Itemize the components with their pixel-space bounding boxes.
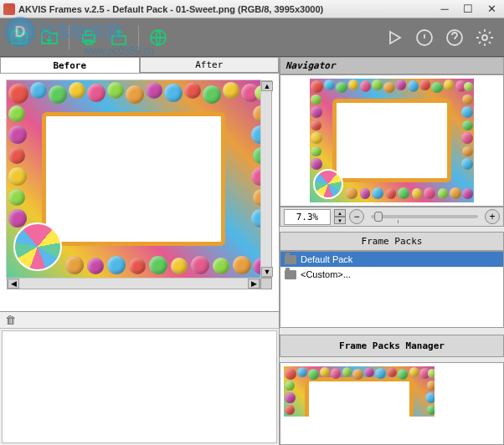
maximize-button[interactable]: ☐ xyxy=(459,3,477,16)
main-canvas[interactable] xyxy=(7,80,260,278)
zoom-slider[interactable] xyxy=(371,215,478,218)
navigator-title: Navigator xyxy=(280,57,504,74)
print-icon[interactable] xyxy=(76,25,101,50)
history-thumbs[interactable] xyxy=(2,330,277,443)
canvas-area: ▲▼ ◀▶ xyxy=(0,74,279,311)
close-button[interactable]: ✕ xyxy=(482,3,501,16)
zoom-in-button[interactable]: + xyxy=(485,209,500,224)
canvas-vscroll[interactable]: ▲▼ xyxy=(260,80,272,278)
zoom-out-button[interactable]: − xyxy=(349,209,364,224)
canvas-hscroll[interactable]: ◀▶ xyxy=(7,278,260,289)
app-icon xyxy=(3,3,15,15)
play-icon[interactable] xyxy=(382,25,407,50)
frame-packs-manager-button[interactable]: Frame Packs Manager xyxy=(280,335,504,357)
help-icon[interactable] xyxy=(442,25,467,50)
window-title: AKVIS Frames v.2.5 - Default Pack - 01-S… xyxy=(18,4,435,14)
view-tabs: Before After xyxy=(0,57,279,74)
pack-item-label: <Custom>... xyxy=(301,269,351,279)
navigator-preview[interactable] xyxy=(280,74,504,207)
zoom-spin-down[interactable]: ▼ xyxy=(334,217,346,224)
pack-item[interactable]: <Custom>... xyxy=(280,267,503,282)
frame-packs-list: Default Pack<Custom>... xyxy=(280,251,504,328)
frames-preview[interactable] xyxy=(280,362,504,445)
frame-packs-title: Frame Packs xyxy=(280,232,504,251)
pack-item-label: Default Pack xyxy=(301,254,352,264)
export-icon[interactable] xyxy=(106,25,131,50)
open-icon[interactable] xyxy=(7,25,32,50)
tab-before[interactable]: Before xyxy=(0,57,140,73)
svg-rect-1 xyxy=(85,31,92,35)
home-icon[interactable] xyxy=(412,25,437,50)
minimize-button[interactable]: ─ xyxy=(435,3,454,16)
titlebar: AKVIS Frames v.2.5 - Default Pack - 01-S… xyxy=(0,0,504,18)
pack-item[interactable]: Default Pack xyxy=(280,252,503,267)
zoom-spin-up[interactable]: ▲ xyxy=(334,209,346,217)
save-icon[interactable] xyxy=(37,25,62,50)
trash-icon[interactable]: 🗑 xyxy=(5,314,16,326)
gear-icon[interactable] xyxy=(472,25,497,50)
zoom-controls: 7.3% ▲ ▼ − + xyxy=(280,207,504,227)
share-icon[interactable] xyxy=(146,25,171,50)
zoom-value[interactable]: 7.3% xyxy=(284,209,331,225)
tab-after[interactable]: After xyxy=(140,57,280,73)
svg-point-7 xyxy=(482,35,487,40)
toolbar xyxy=(0,18,504,57)
history-panel: 🗑 xyxy=(0,311,279,445)
